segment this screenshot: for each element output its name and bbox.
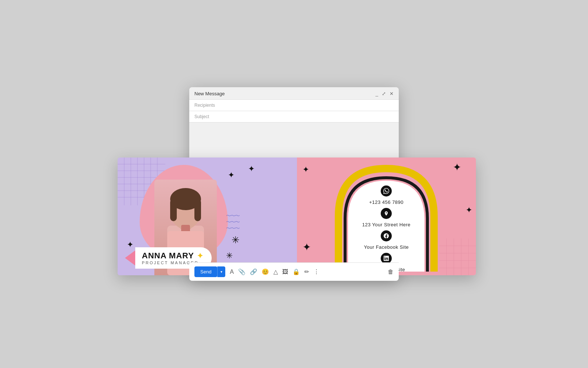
- link-icon[interactable]: 🔗: [250, 268, 257, 275]
- cross-deco-2: ✳: [226, 251, 233, 261]
- address-text: 123 Your Street Here: [362, 222, 410, 227]
- drive-icon[interactable]: △: [273, 268, 278, 275]
- wavy-decoration: 〜〜〜〜〜〜〜〜〜: [226, 213, 239, 231]
- minimize-button[interactable]: _: [376, 91, 378, 96]
- arch-decoration: +123 456 7890 123 Your Street Here: [338, 165, 434, 268]
- send-button[interactable]: Send: [194, 266, 217, 277]
- more-options-icon[interactable]: ⋮: [313, 268, 319, 275]
- cross-deco-1: ✳: [232, 234, 240, 246]
- star-deco-1: ✦: [228, 170, 234, 180]
- email-signature-card: ✦ ✦ ✦ 〜〜〜〜〜〜〜〜〜 ✳ ✳: [118, 158, 476, 275]
- email-title: New Message: [194, 91, 225, 96]
- subject-field[interactable]: Subject: [189, 111, 399, 123]
- facebook-icon: [381, 230, 392, 241]
- close-button[interactable]: ✕: [390, 91, 394, 96]
- right-star-4: ✦: [466, 205, 472, 215]
- titlebar-controls: _ ⤢ ✕: [376, 91, 394, 96]
- emoji-icon[interactable]: 😊: [262, 268, 269, 275]
- phone-number: +123 456 7890: [369, 199, 404, 205]
- right-star-2: ✦: [453, 161, 461, 173]
- recipients-field[interactable]: Recipients: [189, 100, 399, 111]
- text-format-icon[interactable]: A: [230, 269, 234, 275]
- lock-icon[interactable]: 🔒: [293, 268, 300, 275]
- grid-pattern-right: [439, 238, 476, 275]
- whatsapp-icon: [381, 185, 392, 197]
- expand-button[interactable]: ⤢: [382, 91, 386, 96]
- toolbar-left-section: Send ▾ A 📎 🔗 😊 △ 🖼 🔒 ✏ ⋮: [194, 266, 319, 277]
- photo-icon[interactable]: 🖼: [282, 269, 288, 275]
- email-titlebar: New Message _ ⤢ ✕: [189, 87, 399, 100]
- email-toolbar: Send ▾ A 📎 🔗 😊 △ 🖼 🔒 ✏ ⋮ 🗑: [189, 262, 399, 281]
- send-button-group[interactable]: Send ▾: [194, 266, 225, 277]
- arch-content: +123 456 7890 123 Your Street Here: [335, 180, 438, 272]
- signature-right: +123 456 7890 123 Your Street Here: [297, 158, 476, 275]
- svg-rect-17: [194, 199, 201, 221]
- right-star-3: ✦: [302, 241, 311, 253]
- star-yellow-icon: ✦: [197, 251, 204, 260]
- send-dropdown-button[interactable]: ▾: [217, 266, 225, 277]
- delete-draft-icon[interactable]: 🗑: [388, 269, 394, 275]
- signature-icon[interactable]: ✏: [304, 268, 309, 275]
- email-compose-window: New Message _ ⤢ ✕ Recipients Subject: [189, 87, 399, 281]
- star-deco-2: ✦: [248, 164, 255, 174]
- pink-arrow-icon: [125, 250, 136, 266]
- toolbar-right-section: 🗑: [388, 269, 394, 275]
- attachment-icon[interactable]: 📎: [238, 268, 245, 275]
- facebook-text: Your Facebook Site: [364, 244, 409, 250]
- svg-rect-16: [170, 199, 177, 221]
- signature-left: ✦ ✦ ✦ 〜〜〜〜〜〜〜〜〜 ✳ ✳: [118, 158, 297, 275]
- person-name: ANNA MARY ✦: [142, 251, 204, 261]
- location-icon: [381, 208, 392, 219]
- right-star-1: ✦: [302, 165, 309, 174]
